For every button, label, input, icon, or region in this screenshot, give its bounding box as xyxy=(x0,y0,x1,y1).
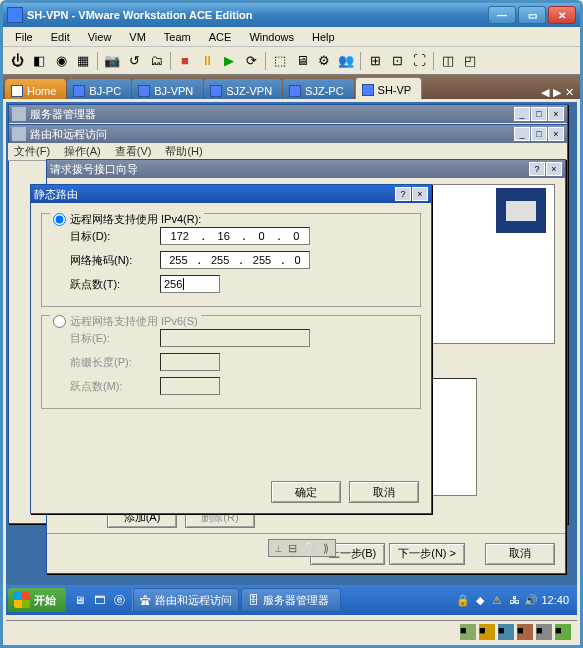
tab-scroll[interactable]: ◀▶✕ xyxy=(537,86,578,99)
tab-bj-pc[interactable]: BJ-PC xyxy=(67,79,131,99)
status-sound-icon[interactable]: ■ xyxy=(536,624,552,640)
tray-icon[interactable]: 🔒 xyxy=(456,593,470,607)
dest-label: 目标(D): xyxy=(70,229,160,244)
menu-team[interactable]: Team xyxy=(156,29,199,45)
menu-edit[interactable]: Edit xyxy=(43,29,78,45)
tool-play[interactable]: ▶ xyxy=(219,51,239,71)
metric-label: 跃点数(T): xyxy=(70,277,160,292)
tool-snapshot[interactable]: 📷 xyxy=(102,51,122,71)
minimize-button[interactable]: — xyxy=(488,6,516,24)
tool-b[interactable]: 🖥 xyxy=(292,51,312,71)
tool-g[interactable]: ⛶ xyxy=(409,51,429,71)
ipv6-radio[interactable] xyxy=(53,315,66,328)
help-button[interactable]: ? xyxy=(395,187,411,201)
vm-icon xyxy=(73,85,85,97)
status-net-icon[interactable]: ■ xyxy=(498,624,514,640)
ipv4-label: 远程网络支持使用 IPv4(R): xyxy=(70,212,201,227)
status-hdd-icon[interactable]: ■ xyxy=(460,624,476,640)
close-button[interactable]: × xyxy=(546,162,562,176)
ok-button[interactable]: 确定 xyxy=(271,481,341,503)
maximize-button[interactable]: □ xyxy=(531,107,547,121)
tool-manage[interactable]: 🗂 xyxy=(146,51,166,71)
status-cd-icon[interactable]: ■ xyxy=(479,624,495,640)
minimize-button[interactable]: _ xyxy=(514,107,530,121)
cancel-button[interactable]: 取消 xyxy=(485,543,555,565)
tab-home[interactable]: Home xyxy=(5,79,66,99)
tab-bj-vpn[interactable]: BJ-VPN xyxy=(132,79,203,99)
ipv4-radio[interactable] xyxy=(53,213,66,226)
ql-explorer-icon[interactable]: 🗔 xyxy=(90,590,108,610)
task-srvmgr[interactable]: 🗄服务器管理器 xyxy=(241,588,341,612)
tool-h[interactable]: ◫ xyxy=(438,51,458,71)
tab-sjz-pc[interactable]: SJZ-PC xyxy=(283,79,354,99)
next-button[interactable]: 下一步(N) > xyxy=(389,543,465,565)
tray-icon[interactable]: ◆ xyxy=(473,593,487,607)
tool-a[interactable]: ⬚ xyxy=(270,51,290,71)
close-button[interactable]: × xyxy=(548,107,564,121)
close-button[interactable]: ✕ xyxy=(548,6,576,24)
menu-view[interactable]: 查看(V) xyxy=(115,144,152,159)
vmware-titlebar: SH-VPN - VMware Workstation ACE Edition … xyxy=(3,3,580,27)
tool-stop[interactable]: ■ xyxy=(175,51,195,71)
tab-sjz-vpn[interactable]: SJZ-VPN xyxy=(204,79,282,99)
close-button[interactable]: × xyxy=(548,127,564,141)
tool-i[interactable]: ◰ xyxy=(460,51,480,71)
mask-input[interactable]: 255. 255. 255. 0 xyxy=(160,251,310,269)
menu-help[interactable]: Help xyxy=(304,29,343,45)
tool-c[interactable]: ⚙ xyxy=(314,51,334,71)
dest-input[interactable]: 172. 16. 0. 0 xyxy=(160,227,310,245)
tray-volume-icon[interactable]: 🔊 xyxy=(524,593,538,607)
menu-view[interactable]: View xyxy=(80,29,120,45)
status-grab-icon[interactable]: ■ xyxy=(555,624,571,640)
vm-icon xyxy=(138,85,150,97)
minimize-button[interactable]: _ xyxy=(514,127,530,141)
tool-d[interactable]: 👥 xyxy=(336,51,356,71)
task-routing[interactable]: 🛣路由和远程访问 xyxy=(133,588,239,612)
pin-icon[interactable]: ⟂ xyxy=(275,542,282,554)
tool-power[interactable]: ⏻ xyxy=(7,51,27,71)
metric6-input xyxy=(160,377,220,395)
app-icon xyxy=(7,7,23,23)
close-button[interactable]: × xyxy=(412,187,428,201)
menu-file[interactable]: File xyxy=(7,29,41,45)
ql-ie-icon[interactable]: ⓔ xyxy=(110,590,128,610)
tool-revert[interactable]: ↺ xyxy=(124,51,144,71)
tool-pause[interactable]: ⏸ xyxy=(197,51,217,71)
maximize-button[interactable]: □ xyxy=(531,127,547,141)
help-button[interactable]: ? xyxy=(529,162,545,176)
menu-op[interactable]: 操作(A) xyxy=(64,144,101,159)
tool-suspend[interactable]: ◧ xyxy=(29,51,49,71)
tool-f[interactable]: ⊡ xyxy=(387,51,407,71)
tool-reset[interactable]: ◉ xyxy=(51,51,71,71)
system-tray: 🔒 ◆ ⚠ 🖧 🔊 12:40 xyxy=(450,593,575,607)
menu-windows[interactable]: Windows xyxy=(241,29,302,45)
clock[interactable]: 12:40 xyxy=(541,594,569,606)
chevron-right-icon[interactable]: ▶ xyxy=(553,86,561,99)
home-icon xyxy=(11,85,23,97)
maximize-button[interactable]: ▭ xyxy=(518,6,546,24)
menu-vm[interactable]: VM xyxy=(121,29,154,45)
menu-file[interactable]: 文件(F) xyxy=(14,144,50,159)
dest6-input xyxy=(160,329,310,347)
tray-icon[interactable]: ⚠ xyxy=(490,593,504,607)
status-usb-icon[interactable]: ■ xyxy=(517,624,533,640)
routing-icon xyxy=(12,127,26,141)
router-icon xyxy=(496,188,546,233)
tab-sh-vp[interactable]: SH-VP xyxy=(355,77,423,99)
tab-close-icon[interactable]: ✕ xyxy=(565,86,574,99)
help-icon[interactable]: ❔ xyxy=(303,542,317,555)
disk-icon[interactable]: ⊟ xyxy=(288,542,297,555)
expand-icon[interactable]: ⟫ xyxy=(323,542,329,555)
metric-input[interactable]: 256 xyxy=(160,275,220,293)
ql-desktop-icon[interactable]: 🖥 xyxy=(70,590,88,610)
chevron-left-icon[interactable]: ◀ xyxy=(541,86,549,99)
start-button[interactable]: 开始 xyxy=(8,588,66,612)
tool-e[interactable]: ⊞ xyxy=(365,51,385,71)
cancel-button[interactable]: 取消 xyxy=(349,481,419,503)
vmware-mini-toolbar[interactable]: ⟂ ⊟ ❔ ⟫ xyxy=(268,539,336,557)
tool-restart[interactable]: ⟳ xyxy=(241,51,261,71)
menu-help[interactable]: 帮助(H) xyxy=(165,144,202,159)
tray-network-icon[interactable]: 🖧 xyxy=(507,593,521,607)
menu-ace[interactable]: ACE xyxy=(201,29,240,45)
tool-grab[interactable]: ▦ xyxy=(73,51,93,71)
